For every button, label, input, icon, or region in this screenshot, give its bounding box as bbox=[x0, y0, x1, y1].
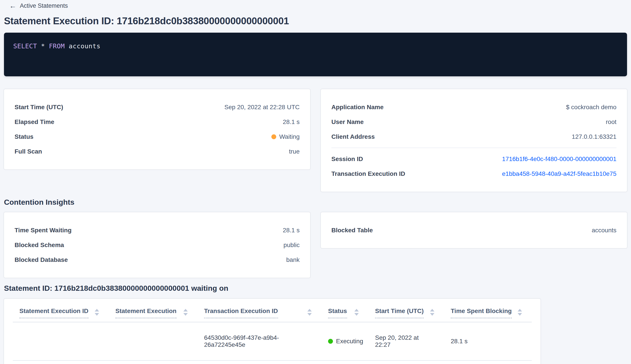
table-row: 64530d0c-969f-437e-a9b4-26a72245e45e Exe… bbox=[13, 322, 532, 361]
transaction-execution-id-row: Transaction Execution ID e1bba458-5948-4… bbox=[332, 166, 616, 181]
blocked-table-row: Blocked Table accounts bbox=[332, 223, 616, 238]
column-header-time-spent-blocking: Time Spent Blocking bbox=[444, 306, 532, 322]
full-scan-label: Full Scan bbox=[14, 148, 42, 155]
sort-icon[interactable] bbox=[307, 309, 312, 316]
cell-status: Executing bbox=[322, 322, 368, 360]
client-address-value: 127.0.0.1:63321 bbox=[572, 133, 616, 140]
transaction-execution-id-link[interactable]: e1bba458-5948-40a9-a42f-5feac1b10e75 bbox=[502, 170, 616, 177]
application-name-row: Application Name $ cockroach demo bbox=[332, 100, 616, 114]
sort-icon[interactable] bbox=[183, 309, 188, 316]
contention-waiting-card: Time Spent Waiting 28.1 s Blocked Schema… bbox=[4, 212, 310, 278]
full-scan-value: true bbox=[289, 148, 300, 155]
column-header-transaction-execution-id: Transaction Execution ID bbox=[198, 306, 322, 322]
cell-start-time: Sep 20, 2022 at 22:27 bbox=[368, 322, 444, 360]
status-label: Status bbox=[14, 133, 34, 140]
session-details-card: Application Name $ cockroach demo User N… bbox=[321, 89, 627, 192]
statement-execution-details-page: ← Active Statements Statement Execution … bbox=[0, 0, 631, 364]
waiting-on-table-card: Statement Execution ID Statement Executi… bbox=[4, 299, 540, 364]
transaction-execution-id-label: Transaction Execution ID bbox=[332, 170, 405, 177]
blocked-database-value: bank bbox=[286, 256, 300, 264]
sql-keyword-select: SELECT bbox=[13, 42, 37, 50]
client-address-row: Client Address 127.0.0.1:63321 bbox=[332, 129, 616, 144]
waiting-on-heading: Statement ID: 1716b218dc0b38380000000000… bbox=[4, 284, 627, 292]
client-address-label: Client Address bbox=[332, 133, 375, 140]
status-executing-text: Executing bbox=[336, 338, 363, 345]
column-header-statement-execution-id-label[interactable]: Statement Execution ID bbox=[20, 308, 88, 318]
blocked-schema-row: Blocked Schema public bbox=[14, 238, 300, 252]
sort-up-icon bbox=[307, 309, 312, 312]
session-card-divider bbox=[332, 148, 616, 148]
blocked-table-value: accounts bbox=[592, 227, 616, 234]
sort-icon[interactable] bbox=[354, 309, 359, 316]
column-header-status: Status bbox=[322, 306, 368, 322]
waiting-on-table-header: Statement Execution ID Statement Executi… bbox=[13, 299, 532, 322]
sort-up-icon bbox=[95, 309, 99, 312]
sort-down-icon bbox=[354, 313, 359, 316]
session-id-row: Session ID 1716b1f6-4e0c-f480-0000-00000… bbox=[332, 152, 616, 166]
sort-icon[interactable] bbox=[430, 309, 434, 316]
back-link[interactable]: ← Active Statements bbox=[4, 0, 68, 9]
sql-star: * bbox=[37, 42, 49, 50]
sort-icon[interactable] bbox=[95, 309, 99, 316]
time-spent-waiting-row: Time Spent Waiting 28.1 s bbox=[14, 223, 300, 238]
column-header-start-time-label[interactable]: Start Time (UTC) bbox=[375, 308, 424, 318]
back-link-label: Active Statements bbox=[20, 2, 68, 9]
elapsed-time-label: Elapsed Time bbox=[14, 118, 54, 126]
details-cards-row: Start Time (UTC) Sep 20, 2022 at 22:28 U… bbox=[4, 89, 627, 192]
column-header-status-label[interactable]: Status bbox=[328, 308, 347, 318]
sort-up-icon bbox=[518, 309, 522, 312]
page-title: Statement Execution ID: 1716b218dc0b3838… bbox=[4, 16, 627, 26]
user-name-row: User Name root bbox=[332, 114, 616, 129]
cell-statement-execution bbox=[109, 322, 198, 360]
application-name-label: Application Name bbox=[332, 104, 384, 111]
sort-icon[interactable] bbox=[518, 309, 522, 316]
time-spent-waiting-label: Time Spent Waiting bbox=[14, 227, 72, 234]
start-time-row: Start Time (UTC) Sep 20, 2022 at 22:28 U… bbox=[14, 100, 300, 114]
execution-details-card: Start Time (UTC) Sep 20, 2022 at 22:28 U… bbox=[4, 89, 310, 170]
back-arrow-icon: ← bbox=[9, 2, 16, 9]
application-name-value: $ cockroach demo bbox=[566, 104, 616, 111]
time-spent-waiting-value: 28.1 s bbox=[283, 227, 300, 234]
elapsed-time-value: 28.1 s bbox=[283, 118, 300, 126]
sql-statement-box: SELECT * FROM accounts bbox=[4, 33, 627, 76]
blocked-schema-label: Blocked Schema bbox=[14, 242, 64, 248]
contention-insights-heading: Contention Insights bbox=[4, 198, 627, 206]
user-name-value: root bbox=[606, 118, 616, 126]
contention-cards-row: Time Spent Waiting 28.1 s Blocked Schema… bbox=[4, 212, 627, 278]
blocked-database-label: Blocked Database bbox=[14, 256, 68, 264]
session-id-link[interactable]: 1716b1f6-4e0c-f480-0000-000000000001 bbox=[502, 156, 616, 162]
column-header-statement-execution-id: Statement Execution ID bbox=[13, 306, 109, 322]
sort-down-icon bbox=[518, 313, 522, 316]
sql-statement-text: SELECT * FROM accounts bbox=[13, 42, 100, 50]
column-header-statement-execution: Statement Execution bbox=[109, 306, 198, 322]
cell-time-spent-blocking: 28.1 s bbox=[444, 322, 532, 360]
column-header-time-spent-blocking-label[interactable]: Time Spent Blocking bbox=[451, 308, 512, 318]
blocked-table-label: Blocked Table bbox=[332, 227, 373, 234]
full-scan-row: Full Scan true bbox=[14, 144, 300, 159]
sort-down-icon bbox=[95, 313, 99, 316]
sql-table-name: accounts bbox=[65, 42, 100, 50]
column-header-start-time: Start Time (UTC) bbox=[368, 306, 444, 322]
status-waiting-dot-icon bbox=[271, 134, 276, 139]
sort-down-icon bbox=[183, 313, 188, 316]
blocked-database-row: Blocked Database bank bbox=[14, 252, 300, 267]
blocked-schema-value: public bbox=[284, 242, 300, 248]
status-waiting-text: Waiting bbox=[279, 133, 300, 140]
sort-up-icon bbox=[354, 309, 359, 312]
column-header-transaction-execution-id-label[interactable]: Transaction Execution ID bbox=[204, 308, 278, 318]
sort-up-icon bbox=[183, 309, 188, 312]
column-header-statement-execution-label[interactable]: Statement Execution bbox=[116, 308, 176, 318]
cell-transaction-execution-id: 64530d0c-969f-437e-a9b4-26a72245e45e bbox=[198, 322, 322, 360]
sort-down-icon bbox=[430, 313, 434, 316]
blocked-table-card: Blocked Table accounts bbox=[321, 212, 627, 248]
status-executing-dot-icon bbox=[328, 339, 333, 344]
user-name-label: User Name bbox=[332, 118, 364, 126]
start-time-value: Sep 20, 2022 at 22:28 UTC bbox=[224, 104, 300, 111]
sort-down-icon bbox=[307, 313, 312, 316]
sort-up-icon bbox=[430, 309, 434, 312]
start-time-label: Start Time (UTC) bbox=[14, 104, 63, 111]
status-row: Status Waiting bbox=[14, 129, 300, 144]
elapsed-time-row: Elapsed Time 28.1 s bbox=[14, 114, 300, 129]
session-id-label: Session ID bbox=[332, 156, 363, 162]
cell-statement-execution-id bbox=[13, 322, 109, 360]
